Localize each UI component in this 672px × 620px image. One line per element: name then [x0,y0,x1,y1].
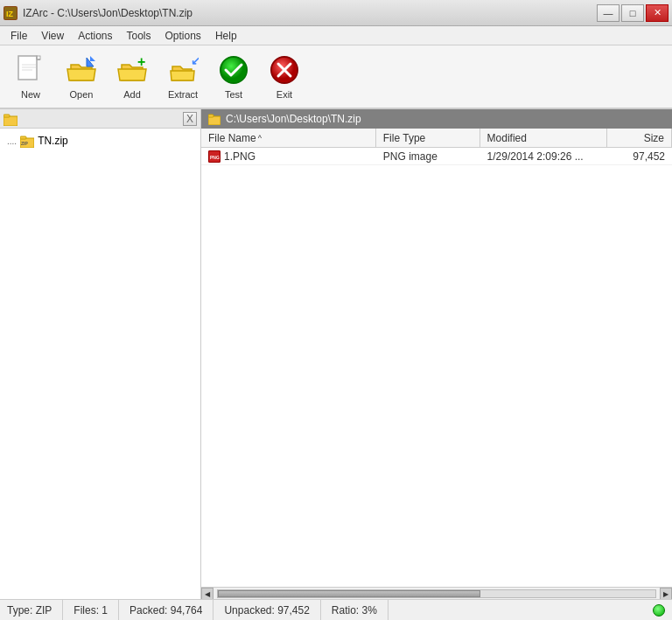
left-panel-header: X [0,109,200,129]
new-button[interactable]: New [7,50,54,104]
open-label: Open [70,89,94,100]
left-panel: X .... ZIP TN.zip [0,109,201,599]
status-bar: Type: ZIP Files: 1 Packed: 94,764 Unpack… [0,599,672,620]
right-panel-path: C:\Users\Jon\Desktop\TN.zip [226,113,361,125]
svg-rect-29 [20,136,26,139]
new-label: New [21,89,40,100]
main-area: X .... ZIP TN.zip C:\Users\Jon [0,108,672,599]
panel-folder-icon [4,112,18,126]
menu-file[interactable]: File [4,26,34,45]
right-panel-header: C:\Users\Jon\Desktop\TN.zip [201,109,672,129]
col-header-filename[interactable]: File Name ^ [201,129,376,147]
file-list-body: PNG 1.PNG PNG image 1/29/2014 2:09:26 ..… [201,148,672,587]
test-button[interactable]: Test [210,50,257,104]
test-label: Test [225,89,242,100]
file-cell-modified: 1/29/2014 2:09:26 ... [480,148,608,164]
svg-text:ZIP: ZIP [21,141,28,146]
svg-rect-26 [4,116,18,126]
menu-help[interactable]: Help [208,26,244,45]
extract-button[interactable]: ↙ Extract [159,50,206,104]
horizontal-scrollbar: ◀ ▶ [201,587,672,599]
file-cell-name: PNG 1.PNG [201,148,376,164]
status-light [653,604,665,617]
right-panel: C:\Users\Jon\Desktop\TN.zip File Name ^ … [201,109,672,599]
file-list-header: File Name ^ File Type Modified Size [201,129,672,148]
svg-text:+: + [137,54,145,69]
svg-marker-15 [118,69,146,80]
menu-tools[interactable]: Tools [120,26,158,45]
tree-item-label: TN.zip [38,135,68,147]
left-panel-close-button[interactable]: X [183,112,197,126]
app-icon: IZ [4,6,18,20]
status-files: Files: 1 [63,600,119,620]
svg-marker-11 [67,69,95,80]
status-type: Type: ZIP [7,600,63,620]
col-header-modified[interactable]: Modified [480,129,608,147]
menu-options[interactable]: Options [158,26,208,45]
table-row[interactable]: PNG 1.PNG PNG image 1/29/2014 2:09:26 ..… [201,148,672,165]
svg-text:PNG: PNG [210,155,220,160]
window-title: IZArc - C:\Users\Jon\Desktop\TN.zip [23,7,192,19]
open-icon [66,54,97,86]
open-button[interactable]: Open [58,50,105,104]
tree-item-tnzip[interactable]: .... ZIP TN.zip [4,132,197,150]
add-button[interactable]: + Add [108,50,156,104]
right-header-icon [208,113,220,126]
file-cell-type: PNG image [376,148,480,164]
svg-rect-27 [4,115,10,117]
sort-arrow: ^ [258,134,262,143]
exit-icon [269,54,300,86]
maximize-button[interactable]: □ [621,4,644,22]
exit-button[interactable]: Exit [261,50,308,104]
scrollbar-track[interactable] [217,589,656,598]
toolbar: New Open + Add [0,45,672,108]
svg-text:↙: ↙ [191,54,199,67]
file-cell-size: 97,452 [607,148,672,164]
status-ratio: Ratio: 3% [321,600,388,620]
scroll-right-button[interactable]: ▶ [660,588,672,599]
scrollbar-thumb[interactable] [218,590,480,597]
menu-view[interactable]: View [34,26,71,45]
window-controls: — □ ✕ [597,4,668,22]
tree-dots: .... [7,136,17,146]
add-icon: + [116,54,148,86]
title-bar-left: IZ IZArc - C:\Users\Jon\Desktop\TN.zip [4,6,192,20]
col-header-size[interactable]: Size [607,129,672,147]
title-bar: IZ IZArc - C:\Users\Jon\Desktop\TN.zip —… [0,0,672,26]
new-icon [15,54,46,86]
exit-label: Exit [276,89,292,100]
add-label: Add [123,89,141,100]
test-icon [218,54,249,86]
status-packed: Packed: 94,764 [119,600,214,620]
png-icon: PNG [208,150,220,163]
svg-rect-32 [208,115,214,117]
svg-text:IZ: IZ [6,10,14,18]
col-header-filetype[interactable]: File Type [376,129,480,147]
menu-actions[interactable]: Actions [71,26,119,45]
status-unpacked: Unpacked: 97,452 [214,600,320,620]
svg-marker-13 [90,56,95,61]
svg-marker-18 [171,71,194,80]
close-button[interactable]: ✕ [646,4,668,22]
zip-folder-icon: ZIP [20,134,34,148]
menu-bar: File View Actions Tools Options Help [0,26,672,45]
extract-icon: ↙ [167,54,199,86]
tree-content: .... ZIP TN.zip [0,129,200,599]
minimize-button[interactable]: — [597,4,620,22]
scroll-left-button[interactable]: ◀ [201,588,214,599]
extract-label: Extract [168,89,198,100]
